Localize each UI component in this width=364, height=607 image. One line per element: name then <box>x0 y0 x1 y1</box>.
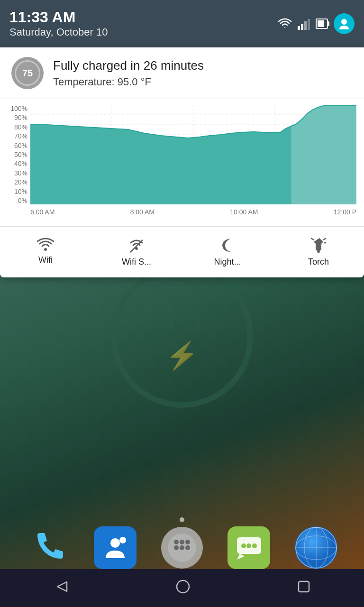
nav-bar <box>0 569 364 607</box>
chart-y-axis: 100% 90% 80% 70% 60% 50% 40% 30% 20% 10%… <box>8 105 30 204</box>
quick-setting-wifi[interactable]: Wifi <box>0 230 91 274</box>
chart-x-axis: 6:00 AM 8:00 AM 10:00 AM 12:00 P <box>30 205 356 219</box>
wifi-settings-label: Wifi S... <box>122 257 151 267</box>
chart-area <box>30 105 356 204</box>
x-label-8am: 8:00 AM <box>130 208 155 216</box>
chart-section: 100% 90% 80% 70% 60% 50% 40% 30% 20% 10%… <box>0 99 364 227</box>
svg-point-32 <box>185 540 190 544</box>
svg-point-27 <box>110 538 120 548</box>
y-label-10: 10% <box>14 188 27 195</box>
launcher-icon <box>168 533 196 562</box>
phone-icon <box>30 530 66 566</box>
svg-point-33 <box>174 545 179 550</box>
dock-phone[interactable] <box>27 526 69 569</box>
dock-launcher[interactable] <box>161 527 203 569</box>
dock-area <box>0 526 364 569</box>
y-label-80: 80% <box>14 123 27 131</box>
night-mode-icon <box>220 237 235 253</box>
svg-rect-3 <box>308 19 310 30</box>
wifi-settings-icon <box>128 237 145 253</box>
battery-chart-svg <box>30 105 356 204</box>
home-button[interactable] <box>161 574 205 602</box>
svg-point-34 <box>180 545 184 550</box>
page-dot <box>180 517 184 522</box>
svg-marker-48 <box>57 582 67 591</box>
svg-point-39 <box>246 543 251 548</box>
status-bar-left: 11:33 AM Saturday, October 10 <box>9 9 278 38</box>
battery-temperature: Temperature: 95.0 °F <box>53 76 353 88</box>
status-date: Saturday, October 10 <box>9 26 278 38</box>
svg-point-35 <box>185 545 190 550</box>
wifi-quick-icon <box>37 237 54 251</box>
clock-number: 75 <box>163 302 201 336</box>
battery-icon <box>316 18 328 29</box>
y-label-100: 100% <box>10 105 27 112</box>
y-label-70: 70% <box>14 132 27 140</box>
clock-bolt-icon: ⚡ <box>165 340 199 371</box>
y-label-60: 60% <box>14 142 27 149</box>
svg-rect-50 <box>299 581 309 592</box>
quick-setting-wifi-settings[interactable]: Wifi S... <box>91 230 182 274</box>
x-label-10am: 10:00 AM <box>230 208 258 216</box>
y-label-90: 90% <box>14 114 27 121</box>
svg-point-19 <box>44 248 47 251</box>
dock-contacts[interactable] <box>94 526 136 569</box>
chart-container: 100% 90% 80% 70% 60% 50% 40% 30% 20% 10%… <box>8 105 356 219</box>
svg-point-49 <box>177 580 189 593</box>
browser-icon <box>295 526 337 569</box>
dock-browser[interactable] <box>295 526 337 569</box>
back-button[interactable] <box>39 574 83 602</box>
torch-label: Torch <box>308 257 329 267</box>
wifi-label: Wifi <box>38 255 53 265</box>
battery-title: Fully charged in 26 minutes <box>53 58 353 74</box>
y-label-20: 20% <box>14 178 27 186</box>
quick-setting-torch[interactable]: Torch <box>273 230 364 274</box>
battery-text-container: Fully charged in 26 minutes Temperature:… <box>53 58 353 88</box>
dock-messages[interactable] <box>228 526 270 569</box>
torch-icon <box>311 237 326 253</box>
night-mode-label: Night... <box>214 257 241 267</box>
svg-point-31 <box>180 540 184 544</box>
y-label-40: 40% <box>14 160 27 167</box>
messages-icon <box>231 530 267 566</box>
status-bar: 11:33 AM Saturday, October 10 <box>0 0 364 47</box>
svg-rect-1 <box>301 24 303 30</box>
battery-notification: 75 Fully charged in 26 minutes Temperatu… <box>0 47 364 99</box>
svg-rect-2 <box>304 21 307 30</box>
recents-button[interactable] <box>283 575 325 601</box>
battery-fill <box>318 20 324 27</box>
svg-point-30 <box>174 540 179 544</box>
svg-line-23 <box>323 238 326 240</box>
svg-point-38 <box>241 543 246 548</box>
svg-rect-22 <box>316 248 321 250</box>
page-indicator <box>180 515 184 524</box>
status-bar-right <box>278 13 355 34</box>
avatar-silhouette-icon <box>337 17 351 30</box>
notification-panel: 75 Fully charged in 26 minutes Temperatu… <box>0 47 364 277</box>
svg-line-25 <box>311 238 314 240</box>
avatar-icon[interactable] <box>334 13 355 34</box>
battery-circle-icon: 75 <box>11 57 44 89</box>
battery-percentage: 75 <box>15 60 40 86</box>
svg-point-28 <box>119 537 126 543</box>
status-time: 11:33 AM <box>9 9 278 26</box>
signal-icon <box>298 18 310 30</box>
x-label-6am: 6:00 AM <box>30 208 55 216</box>
clock-widget: 75 ⚡ <box>111 266 253 408</box>
contacts-icon <box>101 533 129 562</box>
quick-settings: Wifi Wifi S... Night... <box>0 227 364 277</box>
y-label-50: 50% <box>14 151 27 158</box>
svg-point-40 <box>252 543 257 548</box>
quick-setting-night-mode[interactable]: Night... <box>182 230 273 274</box>
svg-point-4 <box>341 19 347 25</box>
y-label-30: 30% <box>14 169 27 177</box>
y-label-0: 0% <box>18 197 27 204</box>
x-label-12pm: 12:00 P <box>334 208 356 216</box>
wifi-status-icon <box>278 18 292 30</box>
svg-rect-0 <box>298 26 300 30</box>
